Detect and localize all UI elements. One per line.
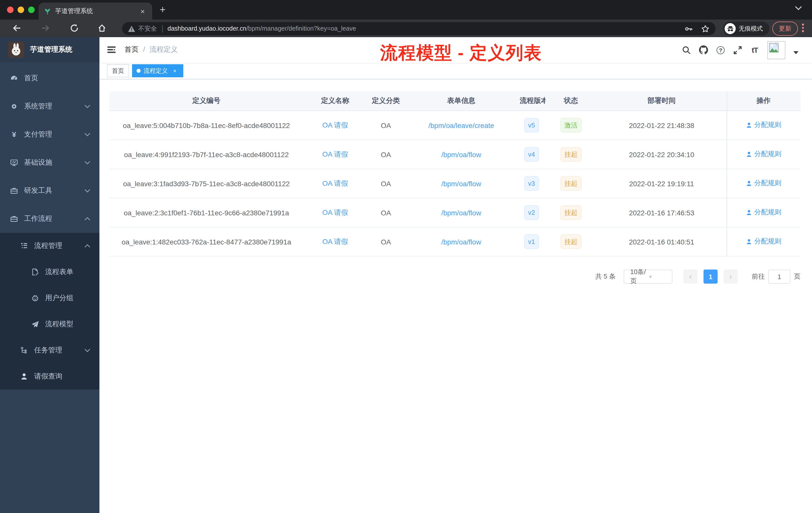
github-icon[interactable] <box>699 46 708 55</box>
sidebar-menu: 首页 系统管理 ¥ 支付管理 <box>0 62 99 390</box>
sidebar-item-task-management[interactable]: 任务管理 <box>0 337 99 363</box>
sidebar-item-label: 流程管理 <box>34 241 62 250</box>
reload-icon[interactable] <box>70 24 79 33</box>
tag-home[interactable]: 首页 <box>107 64 129 77</box>
status-badge: 挂起 <box>560 234 581 249</box>
tag-close-icon[interactable]: × <box>171 67 178 74</box>
tab-close-icon[interactable]: × <box>138 7 147 15</box>
sidebar-item-label: 研发工具 <box>24 186 52 195</box>
search-icon[interactable] <box>682 46 691 55</box>
definition-name-link[interactable]: OA 请假 <box>322 150 348 158</box>
table-row: oa_leave:5:004b710b-7b8a-11ec-8ef0-acde4… <box>110 111 801 140</box>
form-url-link[interactable]: /bpm/oa/flow <box>441 238 481 246</box>
deploy-time: 2022-01-16 17:46:53 <box>597 209 727 217</box>
assign-rule-link[interactable]: 分配规则 <box>746 179 781 188</box>
hamburger-menu-icon[interactable] <box>107 45 116 55</box>
form-url-link[interactable]: /bpm/oa/flow <box>441 179 481 187</box>
minimize-window-button[interactable] <box>18 6 24 13</box>
tag-label: 首页 <box>112 66 124 75</box>
bookmark-star-icon[interactable] <box>701 24 709 33</box>
sidebar-item-label: 流程表单 <box>45 268 73 277</box>
tab-search-chevron-icon[interactable] <box>795 6 802 10</box>
sidebar-item-leave-query[interactable]: 请假查询 <box>0 363 99 390</box>
close-window-button[interactable] <box>7 6 13 13</box>
update-browser-button[interactable]: 更新 <box>772 22 798 36</box>
deploy-time: 2022-01-22 19:19:11 <box>597 179 727 187</box>
definition-id: oa_leave:4:991f2193-7b7f-11ec-a3c8-acde4… <box>110 150 303 158</box>
sidebar-item-process-management[interactable]: 流程管理 <box>0 233 99 259</box>
page-size-select[interactable]: 10条/页 ▾ <box>624 270 672 283</box>
navbar-actions: ? tT <box>682 37 799 63</box>
zoom-window-button[interactable] <box>28 6 35 13</box>
assign-rule-link[interactable]: 分配规则 <box>746 237 781 246</box>
tag-process-definition[interactable]: 流程定义 × <box>132 64 183 77</box>
assign-rule-link[interactable]: 分配规则 <box>746 208 781 217</box>
sidebar-item-infrastructure[interactable]: 基础设施 <box>0 149 99 177</box>
sidebar-item-dev-tools[interactable]: 研发工具 <box>0 177 99 205</box>
chevron-down-icon <box>84 189 90 193</box>
fullscreen-icon[interactable] <box>733 46 742 55</box>
url-bar[interactable]: 不安全 dashboard.yudao.iocoder.cn/bpm/manag… <box>122 22 716 35</box>
form-url-link[interactable]: /bpm/oa/flow <box>441 209 481 217</box>
user-menu-caret-icon[interactable] <box>793 51 799 54</box>
prev-page-button[interactable]: ‹ <box>684 270 697 283</box>
column-header: 部署时间 <box>597 96 727 105</box>
sidebar-item-label: 基础设施 <box>24 158 52 167</box>
sidebar-item-process-form[interactable]: 流程表单 <box>0 259 99 285</box>
sidebar-logo-row[interactable]: 芋道管理系统 <box>0 37 99 62</box>
monitor-icon <box>10 159 18 167</box>
forward-icon[interactable] <box>41 24 50 33</box>
definition-category: OA <box>367 209 405 217</box>
text-size-icon[interactable]: tT <box>750 46 759 55</box>
sidebar-item-home[interactable]: 首页 <box>0 64 99 92</box>
version-badge: v3 <box>524 176 539 191</box>
definition-name-link[interactable]: OA 请假 <box>322 121 348 129</box>
sidebar-item-label: 任务管理 <box>34 346 62 355</box>
definition-name-link[interactable]: OA 请假 <box>322 179 348 187</box>
sidebar-item-payment[interactable]: ¥ 支付管理 <box>0 120 99 149</box>
browser-toolbar: 不安全 dashboard.yudao.iocoder.cn/bpm/manag… <box>0 20 812 37</box>
goto-page-input[interactable] <box>768 270 790 283</box>
sidebar-item-process-model[interactable]: 流程模型 <box>0 311 99 337</box>
version-badge: v5 <box>524 118 539 132</box>
definition-category: OA <box>367 150 405 158</box>
breadcrumb-current: 流程定义 <box>150 45 178 54</box>
sidebar-item-system[interactable]: 系统管理 <box>0 92 99 120</box>
new-tab-button[interactable]: + <box>160 4 166 16</box>
sidebar-item-user-group[interactable]: 用户分组 <box>0 285 99 311</box>
definition-id: oa_leave:1:482ec033-762a-11ec-8477-a2380… <box>110 238 303 246</box>
definition-id: oa_leave:2:3c1f0ef1-76b1-11ec-9c66-a2380… <box>110 209 303 217</box>
definition-name-link[interactable]: OA 请假 <box>322 208 348 216</box>
avatar-broken-image[interactable] <box>767 41 785 59</box>
definition-table: 定义编号 定义名称 定义分类 表单信息 流程版本 状态 部署时间 操作 oa_l… <box>110 91 801 256</box>
url-host: dashboard.yudao.iocoder.cn <box>168 25 246 32</box>
main-panel: 首页 / 流程定义 流程模型 - 定义列表 ? <box>99 37 812 513</box>
page-number-active[interactable]: 1 <box>703 270 718 283</box>
browser-tab[interactable]: 芋道管理系统 × <box>39 2 152 20</box>
incognito-label: 无痕模式 <box>739 24 763 33</box>
insecure-warning-icon <box>128 25 135 32</box>
sidebar-item-workflow[interactable]: 工作流程 <box>0 205 99 233</box>
form-url-link[interactable]: /bpm/oa/flow <box>441 150 481 158</box>
column-header: 定义分类 <box>367 96 405 105</box>
definition-name-link[interactable]: OA 请假 <box>322 237 348 245</box>
next-page-button[interactable]: › <box>724 270 738 283</box>
deploy-time: 2022-01-16 01:40:51 <box>597 238 727 246</box>
form-edit-icon <box>31 268 39 276</box>
help-icon[interactable]: ? <box>716 46 725 55</box>
toolbox-icon <box>10 187 18 195</box>
sidebar-item-label: 系统管理 <box>24 102 52 111</box>
breadcrumb-home[interactable]: 首页 <box>124 45 139 54</box>
assign-rule-link[interactable]: 分配规则 <box>746 150 781 159</box>
form-url-link[interactable]: /bpm/oa/leave/create <box>428 121 494 129</box>
fixed-column-divider <box>727 91 727 256</box>
assign-rule-link[interactable]: 分配规则 <box>746 121 781 130</box>
back-icon[interactable] <box>12 24 21 33</box>
insecure-label: 不安全 <box>138 24 157 33</box>
home-icon[interactable] <box>97 24 107 33</box>
column-header: 状态 <box>545 96 597 105</box>
macos-traffic-lights <box>7 6 35 13</box>
browser-menu-icon[interactable] <box>802 24 804 32</box>
password-key-icon[interactable] <box>685 24 693 33</box>
column-header: 定义名称 <box>303 96 367 105</box>
